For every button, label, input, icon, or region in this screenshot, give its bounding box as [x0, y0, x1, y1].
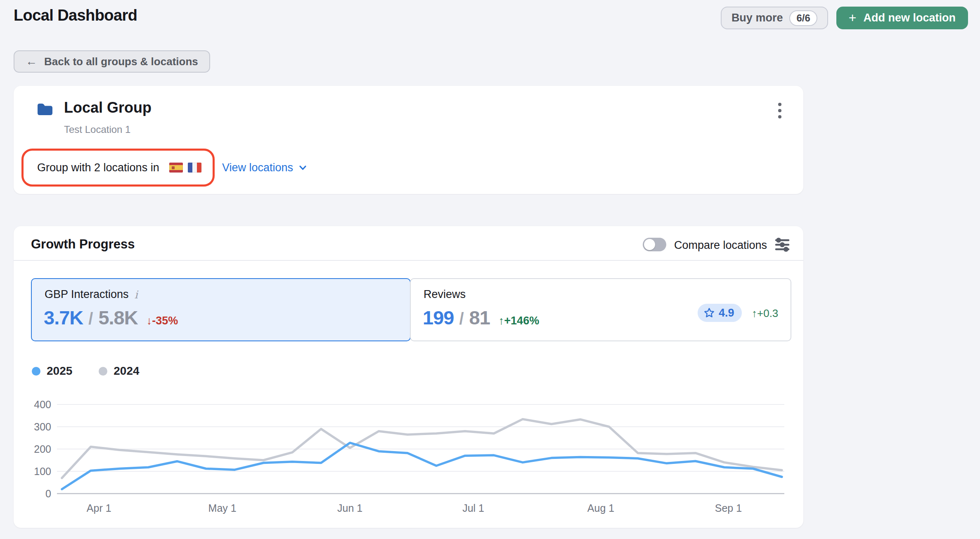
legend-dot — [32, 367, 40, 376]
divider — [14, 260, 803, 261]
chart-area: 0100200300400Apr 1May 1Jun 1Jul 1Aug 1Se… — [25, 391, 793, 520]
gbp-current-value: 3.7K — [44, 306, 83, 329]
local-dashboard-page: Local Dashboard Buy more 6/6 + Add new l… — [0, 0, 980, 539]
back-button-label: Back to all groups & locations — [44, 55, 198, 68]
growth-progress-title: Growth Progress — [31, 237, 135, 252]
reviews-label: Reviews — [424, 288, 466, 301]
legend-item-2024[interactable]: 2024 — [99, 364, 139, 378]
gbp-interactions-label: GBP Interactions — [45, 288, 129, 301]
svg-text:Apr 1: Apr 1 — [87, 502, 111, 514]
kebab-icon — [778, 103, 781, 106]
back-button[interactable]: ← Back to all groups & locations — [14, 50, 210, 73]
france-flag-icon — [188, 163, 201, 173]
folder-icon — [37, 102, 53, 116]
add-new-location-button[interactable]: + Add new location — [836, 7, 968, 29]
chart-legend: 2025 2024 — [32, 364, 140, 378]
filter-settings-button[interactable] — [773, 236, 791, 254]
reviews-delta: ↑+146% — [499, 314, 539, 327]
growth-progress-card: Growth Progress Compare locations GBP In… — [14, 226, 803, 528]
rating-delta: ↑+0.3 — [752, 307, 778, 320]
compare-locations-label: Compare locations — [674, 239, 767, 252]
gbp-previous-value: 5.8K — [98, 306, 137, 329]
toggle-knob — [644, 239, 655, 250]
svg-text:Jul 1: Jul 1 — [462, 502, 484, 514]
group-subtitle: Test Location 1 — [64, 124, 130, 135]
svg-text:400: 400 — [34, 399, 51, 410]
rating-value: 4.9 — [719, 307, 734, 319]
buy-more-label: Buy more — [731, 12, 783, 24]
legend-dot — [99, 367, 107, 376]
value-separator: / — [88, 310, 93, 328]
sliders-icon — [774, 236, 791, 253]
svg-text:Aug 1: Aug 1 — [587, 502, 614, 514]
quota-badge: 6/6 — [789, 10, 817, 26]
gbp-delta: ↓-35% — [147, 314, 178, 327]
spain-flag-icon — [169, 163, 183, 173]
chevron-down-icon — [298, 163, 308, 173]
svg-text:100: 100 — [34, 466, 51, 477]
more-actions-button[interactable] — [771, 101, 789, 121]
topbar-actions: Buy more 6/6 + Add new location — [721, 7, 968, 29]
arrow-left-icon: ← — [26, 55, 37, 68]
svg-text:May 1: May 1 — [208, 502, 237, 514]
view-locations-label: View locations — [222, 161, 293, 174]
locations-count-label: Group with 2 locations in — [37, 161, 159, 174]
growth-chart: 0100200300400Apr 1May 1Jun 1Jul 1Aug 1Se… — [25, 391, 793, 520]
page-title: Local Dashboard — [14, 7, 137, 24]
legend-item-2025[interactable]: 2025 — [32, 364, 72, 378]
add-location-label: Add new location — [863, 12, 956, 24]
svg-text:Sep 1: Sep 1 — [715, 502, 742, 514]
annotation-highlight: Group with 2 locations in — [21, 149, 215, 187]
svg-text:300: 300 — [34, 421, 51, 433]
group-card: Local Group Test Location 1 Group with 2… — [14, 86, 803, 194]
group-title: Local Group — [64, 99, 151, 116]
reviews-current-value: 199 — [423, 306, 454, 329]
buy-more-button[interactable]: Buy more 6/6 — [721, 7, 828, 29]
value-separator: / — [459, 310, 464, 328]
star-icon — [703, 307, 715, 319]
svg-text:200: 200 — [34, 443, 51, 455]
view-locations-link[interactable]: View locations — [222, 154, 308, 181]
svg-text:0: 0 — [45, 488, 51, 499]
svg-text:Jun 1: Jun 1 — [337, 502, 362, 514]
reviews-previous-value: 81 — [469, 306, 490, 329]
rating-badge: 4.9 — [698, 304, 742, 322]
plus-icon: + — [849, 11, 857, 24]
metric-card-reviews[interactable]: Reviews 199 / 81 ↑+146% 4.9 ↑+0.3 — [410, 278, 791, 341]
info-icon[interactable]: i — [135, 288, 138, 301]
compare-locations-toggle[interactable] — [643, 238, 666, 251]
metric-card-gbp-interactions[interactable]: GBP Interactions i 3.7K / 5.8K ↓-35% — [31, 278, 411, 341]
